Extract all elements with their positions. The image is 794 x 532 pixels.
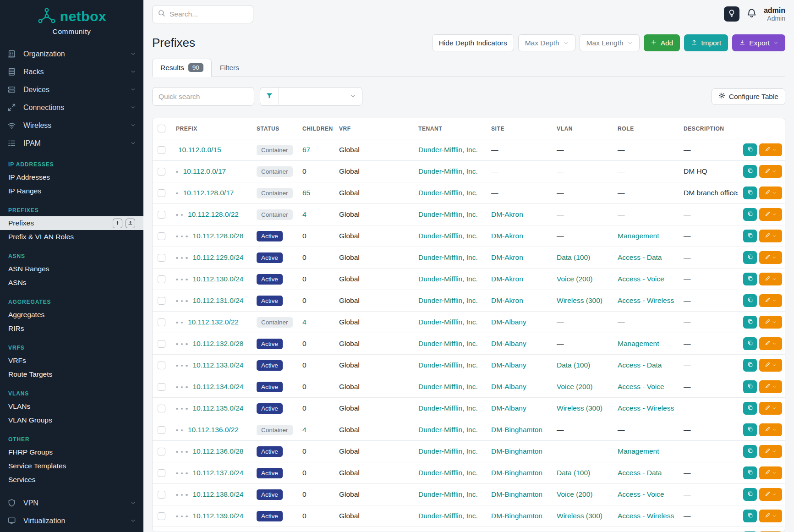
site-link[interactable]: DM-Akron xyxy=(491,275,523,283)
vlan-link[interactable]: Data (100) xyxy=(557,253,590,261)
sidebar-item-wireless[interactable]: Wireless xyxy=(0,116,143,134)
column-header-tenant[interactable]: Tenant xyxy=(413,118,486,139)
role-link[interactable]: Access - Wireless xyxy=(618,404,674,412)
row-checkbox[interactable] xyxy=(158,297,165,305)
sidebar-item-vrfs[interactable]: VRFs xyxy=(0,354,143,367)
site-link[interactable]: DM-Albany xyxy=(491,361,526,369)
column-header-status[interactable]: Status xyxy=(252,118,297,139)
prefix-link[interactable]: 10.112.132.0/22 xyxy=(188,318,239,326)
column-header-children[interactable]: Children xyxy=(297,118,334,139)
site-link[interactable]: DM-Albany xyxy=(491,318,526,326)
tenant-link[interactable]: Dunder-Mifflin, Inc. xyxy=(418,447,478,455)
edit-button[interactable] xyxy=(759,208,782,221)
prefix-link[interactable]: 10.112.132.0/28 xyxy=(193,340,244,347)
sidebar-item-prefixes[interactable]: Prefixes xyxy=(0,216,143,230)
children-count-link[interactable]: 67 xyxy=(302,146,310,154)
sidebar-item-circuits[interactable]: Circuits xyxy=(0,530,143,532)
role-link[interactable]: Access - Wireless xyxy=(618,512,674,520)
vlan-link[interactable]: Wireless (300) xyxy=(557,512,602,520)
site-link[interactable]: DM-Albany xyxy=(491,340,526,347)
edit-button[interactable] xyxy=(759,251,782,264)
sidebar-item-asns[interactable]: ASNs xyxy=(0,276,143,290)
prefix-link[interactable]: 10.112.129.0/24 xyxy=(193,253,244,261)
clone-button[interactable] xyxy=(743,510,757,522)
row-checkbox[interactable] xyxy=(158,275,165,283)
edit-button[interactable] xyxy=(759,294,782,307)
children-count-link[interactable]: 4 xyxy=(302,318,307,326)
prefix-link[interactable]: 10.112.136.0/28 xyxy=(193,447,244,455)
site-link[interactable]: DM-Albany xyxy=(491,404,526,412)
column-header-site[interactable]: Site xyxy=(486,118,552,139)
edit-button[interactable] xyxy=(759,359,782,372)
row-checkbox[interactable] xyxy=(158,168,165,176)
row-checkbox[interactable] xyxy=(158,448,165,455)
clone-button[interactable] xyxy=(743,208,757,221)
user-menu[interactable]: admin Admin xyxy=(764,6,785,22)
vlan-link[interactable]: Voice (200) xyxy=(557,275,592,283)
export-button[interactable]: Export xyxy=(732,34,785,51)
saved-filter-select[interactable] xyxy=(279,87,362,106)
prefix-link[interactable]: 10.112.136.0/22 xyxy=(188,426,239,433)
search-input[interactable] xyxy=(170,10,261,18)
children-count-link[interactable]: 65 xyxy=(302,189,310,197)
prefix-link[interactable]: 10.112.130.0/24 xyxy=(193,275,244,283)
sidebar-item-connections[interactable]: Connections xyxy=(0,99,143,116)
row-checkbox[interactable] xyxy=(158,254,165,262)
sidebar-item-services[interactable]: Services xyxy=(0,473,143,487)
sidebar-item-ip-ranges[interactable]: IP Ranges xyxy=(0,184,143,198)
sidebar-item-vlans[interactable]: VLANs xyxy=(0,400,143,413)
role-link[interactable]: Access - Data xyxy=(618,253,662,261)
tab-filters[interactable]: Filters xyxy=(212,59,247,77)
row-checkbox[interactable] xyxy=(158,383,165,391)
edit-button[interactable] xyxy=(759,423,782,436)
clone-button[interactable] xyxy=(743,337,757,350)
children-count-link[interactable]: 4 xyxy=(302,210,307,218)
max-depth-dropdown[interactable]: Max Depth xyxy=(518,34,575,51)
edit-button[interactable] xyxy=(759,186,782,199)
clone-button[interactable] xyxy=(743,186,757,199)
sidebar-item-rirs[interactable]: RIRs xyxy=(0,322,143,335)
tenant-link[interactable]: Dunder-Mifflin, Inc. xyxy=(418,167,478,175)
edit-button[interactable] xyxy=(759,230,782,242)
prefix-link[interactable]: 10.112.0.0/17 xyxy=(183,167,226,175)
site-link[interactable]: DM-Albany xyxy=(491,383,526,390)
tenant-link[interactable]: Dunder-Mifflin, Inc. xyxy=(418,253,478,261)
column-header-prefix[interactable]: Prefix xyxy=(171,118,252,139)
edit-button[interactable] xyxy=(759,273,782,285)
select-all-checkbox[interactable] xyxy=(158,125,165,132)
sidebar-item-devices[interactable]: Devices xyxy=(0,81,143,99)
tenant-link[interactable]: Dunder-Mifflin, Inc. xyxy=(418,404,478,412)
column-header-vlan[interactable]: VLAN xyxy=(552,118,613,139)
add-button[interactable]: Add xyxy=(644,34,680,51)
site-link[interactable]: DM-Akron xyxy=(491,210,523,218)
clone-button[interactable] xyxy=(743,165,757,178)
add-prefix-button[interactable] xyxy=(113,219,122,228)
site-link[interactable]: DM-Binghamton xyxy=(491,447,542,455)
tenant-link[interactable]: Dunder-Mifflin, Inc. xyxy=(418,490,478,498)
edit-button[interactable] xyxy=(759,165,782,178)
tenant-link[interactable]: Dunder-Mifflin, Inc. xyxy=(418,275,478,283)
role-link[interactable]: Management xyxy=(618,232,659,240)
site-link[interactable]: DM-Akron xyxy=(491,232,523,240)
row-checkbox[interactable] xyxy=(158,189,165,197)
tenant-link[interactable]: Dunder-Mifflin, Inc. xyxy=(418,340,478,347)
column-header-description[interactable]: Description xyxy=(679,118,738,139)
clone-button[interactable] xyxy=(743,294,757,307)
column-header-vrf[interactable]: VRF xyxy=(334,118,413,139)
row-checkbox[interactable] xyxy=(158,146,165,154)
edit-button[interactable] xyxy=(759,402,782,415)
clone-button[interactable] xyxy=(743,445,757,458)
edit-button[interactable] xyxy=(759,488,782,501)
theme-toggle-button[interactable] xyxy=(724,6,739,22)
global-search[interactable] xyxy=(152,5,253,23)
role-link[interactable]: Access - Voice xyxy=(618,490,664,498)
role-link[interactable]: Access - Data xyxy=(618,361,662,369)
prefix-link[interactable]: 10.112.131.0/24 xyxy=(193,296,244,304)
row-checkbox[interactable] xyxy=(158,362,165,369)
tenant-link[interactable]: Dunder-Mifflin, Inc. xyxy=(418,383,478,390)
sidebar-item-ipam[interactable]: IPAM xyxy=(0,134,143,152)
clone-button[interactable] xyxy=(743,423,757,436)
prefix-link[interactable]: 10.112.128.0/22 xyxy=(188,210,239,218)
edit-button[interactable] xyxy=(759,510,782,522)
edit-button[interactable] xyxy=(759,316,782,329)
